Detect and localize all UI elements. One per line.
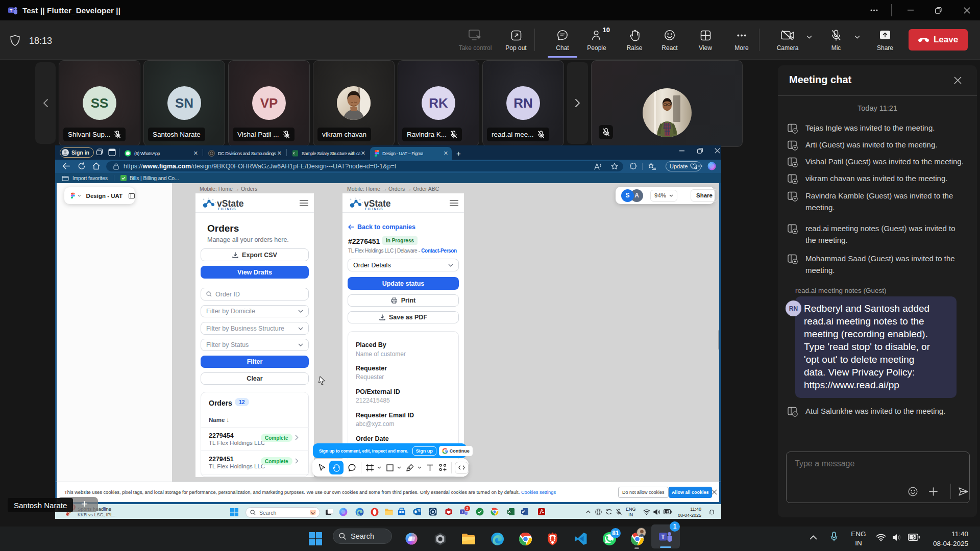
chevron-down-icon[interactable]	[418, 466, 422, 469]
shared-battery-icon[interactable]	[664, 509, 672, 514]
tab-close-icon[interactable]: ✕	[193, 150, 198, 157]
shared-outlook-icon[interactable]	[413, 508, 422, 516]
print-button[interactable]: Print	[348, 294, 459, 307]
google-continue-button[interactable]: Continue	[439, 446, 473, 456]
filter-domicile-select[interactable]: Filter by Domicile	[201, 305, 309, 317]
edge-minimize-icon[interactable]	[679, 151, 684, 152]
shared-edge-icon[interactable]	[355, 508, 364, 516]
zoom-control[interactable]: 94%	[650, 190, 677, 202]
home-icon[interactable]	[92, 162, 100, 170]
tray-language-indicator[interactable]: ENGIN	[848, 530, 869, 548]
participant-tile[interactable]: SS Shivani Sup...	[59, 60, 140, 146]
taskbar-chrome-icon[interactable]	[518, 532, 532, 546]
browser-menu-icon[interactable]	[696, 165, 702, 167]
shared-tray-chevron-icon[interactable]	[586, 510, 591, 513]
canvas-scrollbar[interactable]	[718, 330, 721, 350]
edge-close-icon[interactable]	[715, 148, 720, 154]
window-restore-icon[interactable]	[926, 0, 950, 20]
hand-tool-active[interactable]	[329, 461, 344, 474]
shared-volume-icon[interactable]	[653, 509, 660, 515]
tray-battery-icon[interactable]	[908, 534, 920, 541]
layers-panel-icon[interactable]	[129, 193, 135, 199]
window-more-icon[interactable]	[862, 0, 886, 20]
participant-tile[interactable]: RN read.ai mee...	[482, 60, 564, 146]
shared-globe-icon[interactable]	[595, 509, 602, 515]
figma-doc-title[interactable]: Design - UAT	[86, 193, 122, 199]
figma-share-button[interactable]: Share	[691, 189, 718, 202]
attach-plus-icon[interactable]	[929, 487, 938, 496]
contact-person-link[interactable]: Contact-Person	[421, 248, 457, 254]
shared-obs-icon[interactable]	[429, 508, 437, 516]
tab-close-icon[interactable]: ✕	[361, 150, 365, 157]
deny-cookies-button[interactable]: Do not allow cookies	[618, 487, 669, 498]
widget-subtitle[interactable]: KKR vs LSG, IPL...	[78, 512, 117, 517]
tab-close-icon[interactable]: ✕	[277, 150, 282, 157]
chat-message-input[interactable]	[795, 459, 948, 468]
order-id-search[interactable]: Order ID	[201, 288, 309, 300]
scroll-right-button[interactable]	[567, 62, 588, 144]
shared-word-icon[interactable]	[521, 508, 529, 516]
import-favorites-label[interactable]: Import favorites	[72, 176, 108, 181]
send-icon[interactable]	[958, 487, 969, 496]
shared-taskview-icon[interactable]	[326, 509, 333, 516]
view-drafts-button[interactable]: View Drafts	[201, 266, 309, 279]
mic-button[interactable]: Mic	[813, 28, 859, 59]
tab-close-icon[interactable]: ✕	[444, 150, 448, 157]
shared-language-indicator[interactable]: ENGIN	[626, 507, 636, 518]
chevron-down-icon[interactable]	[78, 194, 81, 197]
taskbar-brave-icon[interactable]	[545, 532, 559, 546]
filter-status-select[interactable]: Filter by Status	[201, 339, 309, 351]
name-column-header[interactable]: Name ↓	[209, 417, 229, 423]
frame1-breadcrumb[interactable]: Mobile: Home → Orders	[200, 186, 257, 192]
text-tool-icon[interactable]	[427, 464, 433, 471]
chevron-down-icon[interactable]	[377, 466, 381, 469]
hamburger-icon[interactable]	[450, 200, 458, 206]
taskbar-whatsapp-icon[interactable]: 81	[602, 532, 617, 546]
edge-restore-icon[interactable]	[697, 148, 703, 154]
share-button[interactable]: Share	[862, 28, 908, 59]
taskbar-hexagon-app-icon[interactable]	[433, 532, 447, 546]
tray-chevron-icon[interactable]	[810, 535, 817, 540]
row-order-id[interactable]: 2279454	[209, 432, 234, 439]
camera-chevron-icon[interactable]	[806, 35, 812, 39]
chevron-down-icon[interactable]	[397, 466, 401, 469]
shared-teams-icon[interactable]: T2	[459, 508, 468, 516]
figma-logo-icon[interactable]	[71, 192, 75, 199]
signup-button[interactable]: Sign up	[412, 446, 436, 456]
taskbar-vscode-icon[interactable]	[574, 532, 588, 546]
shared-todo-icon[interactable]	[476, 508, 484, 516]
shared-mic-muted-icon[interactable]	[616, 509, 622, 515]
window-minimize-icon[interactable]	[899, 0, 922, 20]
shared-notification-icon[interactable]	[708, 509, 715, 515]
camera-button[interactable]: Camera	[765, 28, 811, 59]
shared-mcafee-icon[interactable]	[445, 508, 453, 516]
new-tab-icon[interactable]: +	[456, 149, 461, 158]
shared-search-box[interactable]: Search 🐷	[246, 507, 320, 518]
leave-button[interactable]: Leave	[909, 29, 968, 51]
browser-tab-figma[interactable]: Design - UAT – Figma ✕	[370, 147, 452, 160]
participant-tile[interactable]: RK Ravindra K...	[398, 60, 479, 146]
tray-clock[interactable]: 11:4008-04-2025	[919, 529, 968, 548]
pen-tool-icon[interactable]	[406, 464, 414, 471]
components-tool-icon[interactable]	[439, 464, 447, 471]
dev-mode-toggle[interactable]	[455, 462, 469, 474]
more-button[interactable]: More	[719, 28, 765, 59]
emoji-icon[interactable]	[908, 487, 918, 496]
shared-opera-icon[interactable]	[371, 508, 379, 516]
refresh-icon[interactable]	[78, 162, 85, 170]
shared-sync-icon[interactable]	[605, 509, 612, 515]
filter-button[interactable]: Filter	[201, 356, 309, 368]
taskbar-copilot-icon[interactable]	[404, 532, 419, 546]
move-tool-icon[interactable]	[318, 464, 326, 472]
frame-tool-icon[interactable]	[366, 464, 374, 471]
shared-chrome-icon[interactable]	[491, 508, 499, 516]
url-bar[interactable]: https://www.figma.com/design/9BKQ0FOHRWa…	[106, 161, 623, 171]
filter-structure-select[interactable]: Filter by Business Structure	[201, 322, 309, 335]
taskbar-explorer-icon[interactable]	[461, 532, 476, 546]
export-csv-button[interactable]: Export CSV	[201, 248, 309, 261]
shared-wifi-icon[interactable]	[643, 509, 650, 515]
row-order-id[interactable]: 2279451	[209, 456, 234, 463]
start-button[interactable]	[308, 532, 323, 546]
taskbar-search-box[interactable]: Search	[333, 529, 392, 544]
shared-store-icon[interactable]	[398, 508, 406, 516]
